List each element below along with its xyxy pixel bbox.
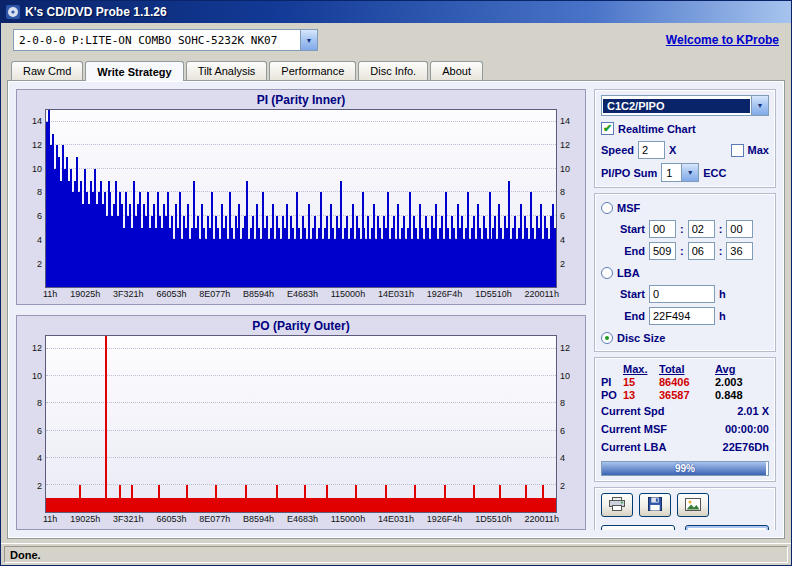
printer-icon <box>609 497 625 513</box>
control-panel: C1C2/PIPO ▼ ✔ Realtime Chart Speed X Max… <box>594 89 776 530</box>
charts-column: PI (Parity Inner) 2468101214 2468101214 … <box>16 89 586 530</box>
disc-size-radio[interactable] <box>601 332 613 344</box>
pi-chart-title: PI (Parity Inner) <box>23 93 579 109</box>
msf-radio[interactable] <box>601 202 613 214</box>
msf-separator: : <box>680 223 684 235</box>
chart-options-group: C1C2/PIPO ▼ ✔ Realtime Chart Speed X Max… <box>594 89 776 188</box>
device-select-value: 2-0-0-0 P:LITE-ON COMBO SOHC-5232K NK07 <box>14 34 300 47</box>
current-lba-row: Current LBA 22E76Dh <box>601 441 769 455</box>
speed-input[interactable] <box>638 141 665 159</box>
pi-y-axis-right: 2468101214 <box>557 109 579 288</box>
print-button[interactable] <box>601 493 633 517</box>
stats-po-avg: 0.848 <box>715 389 761 401</box>
write-strategy-page: PI (Parity Inner) 2468101214 2468101214 … <box>7 80 785 539</box>
results-group: Max. Total Avg PI 15 86406 2.003 PO 13 3… <box>594 357 776 482</box>
ecc-label: ECC <box>703 167 726 179</box>
po-y-axis-right: 24681012 <box>557 335 579 514</box>
stats-pi-max: 15 <box>623 376 659 388</box>
pipo-sum-label: PI/PO Sum <box>601 167 657 179</box>
tabstrip: Raw Cmd Write Strategy Tilt Analysis Per… <box>1 57 791 80</box>
titlebar[interactable]: K's CD/DVD Probe 1.1.26 <box>1 1 791 23</box>
msf-radio-row: MSF <box>601 199 769 216</box>
msf-start-min-input[interactable] <box>649 220 676 238</box>
chevron-down-icon[interactable]: ▼ <box>300 30 317 50</box>
pi-chart-body: 2468101214 2468101214 <box>23 109 579 288</box>
chevron-down-icon[interactable]: ▼ <box>681 164 698 181</box>
lba-unit-label: h <box>719 288 726 300</box>
tab-raw-cmd[interactable]: Raw Cmd <box>11 61 83 80</box>
chevron-down-icon[interactable]: ▼ <box>751 96 768 115</box>
speed-label: Speed <box>601 144 634 156</box>
stop-button[interactable]: Stop <box>601 525 675 530</box>
pi-parity-inner-chart: PI (Parity Inner) 2468101214 2468101214 … <box>16 89 586 305</box>
lba-start-row: Start h <box>615 285 769 303</box>
current-speed-value: 2.01 X <box>737 405 769 419</box>
floppy-save-icon <box>648 497 662 513</box>
app-window: K's CD/DVD Probe 1.1.26 2-0-0-0 P:LITE-O… <box>0 0 792 566</box>
po-parity-outer-chart: PO (Parity Outer) 24681012 24681012 11h1… <box>16 315 586 531</box>
stats-table: Max. Total Avg PI 15 86406 2.003 PO 13 3… <box>601 363 769 401</box>
statusbar: Done. <box>1 543 791 565</box>
welcome-link[interactable]: Welcome to KProbe <box>666 33 779 47</box>
msf-start-row: Start : : <box>615 220 769 238</box>
stats-header-total: Total <box>659 363 715 375</box>
msf-end-label: End <box>615 245 645 257</box>
msf-start-label: Start <box>615 223 645 235</box>
msf-end-frame-input[interactable] <box>726 242 753 260</box>
pi-plot <box>45 109 557 288</box>
realtime-chart-row: ✔ Realtime Chart <box>601 120 769 137</box>
tab-tilt-analysis[interactable]: Tilt Analysis <box>186 61 268 80</box>
pipo-sum-select[interactable]: 1 ▼ <box>661 163 699 182</box>
device-select[interactable]: 2-0-0-0 P:LITE-ON COMBO SOHC-5232K NK07 … <box>13 29 318 51</box>
lba-label: LBA <box>617 267 640 279</box>
window-title: K's CD/DVD Probe 1.1.26 <box>25 5 167 19</box>
pipo-sum-row: PI/PO Sum 1 ▼ ECC <box>601 163 769 182</box>
tab-performance[interactable]: Performance <box>269 61 356 80</box>
msf-label: MSF <box>617 202 640 214</box>
lba-end-row: End h <box>615 307 769 325</box>
msf-end-row: End : : <box>615 242 769 260</box>
chart-image-icon <box>685 498 701 513</box>
max-speed-checkbox[interactable] <box>731 144 744 157</box>
tab-disc-info[interactable]: Disc Info. <box>358 61 428 80</box>
current-msf-label: Current MSF <box>601 423 667 437</box>
lba-end-input[interactable] <box>649 307 715 325</box>
realtime-chart-checkbox[interactable]: ✔ <box>601 122 614 135</box>
icon-buttons-row <box>601 493 769 517</box>
stats-po-name: PO <box>601 389 623 401</box>
pi-x-axis-labels: 11h19025h3F321h66053h8E077hB8594hE4683h1… <box>43 289 559 302</box>
start-button[interactable]: Start <box>685 525 769 530</box>
current-speed-label: Current Spd <box>601 405 665 419</box>
msf-separator: : <box>719 245 723 257</box>
msf-end-sec-input[interactable] <box>688 242 715 260</box>
save-image-button[interactable] <box>677 493 709 517</box>
msf-start-frame-input[interactable] <box>726 220 753 238</box>
measurement-mode-select[interactable]: C1C2/PIPO ▼ <box>601 95 769 116</box>
disc-size-radio-row: Disc Size <box>601 329 769 346</box>
po-y-axis-left: 24681012 <box>23 335 45 514</box>
max-speed-label: Max <box>748 144 769 156</box>
po-x-axis-labels: 11h19025h3F321h66053h8E077hB8594hE4683h1… <box>43 514 559 527</box>
lba-radio[interactable] <box>601 267 613 279</box>
pi-y-axis-left: 2468101214 <box>23 109 45 288</box>
msf-start-sec-input[interactable] <box>688 220 715 238</box>
msf-end-min-input[interactable] <box>649 242 676 260</box>
tab-write-strategy[interactable]: Write Strategy <box>85 61 183 81</box>
actions-group: Stop Start <box>594 487 776 530</box>
status-message: Done. <box>4 546 788 563</box>
lba-end-label: End <box>615 310 645 322</box>
speed-row: Speed X Max <box>601 141 769 159</box>
lba-radio-row: LBA <box>601 264 769 281</box>
disc-size-label: Disc Size <box>617 332 665 344</box>
stats-pi-avg: 2.003 <box>715 376 761 388</box>
lba-start-input[interactable] <box>649 285 715 303</box>
msf-separator: : <box>719 223 723 235</box>
pipo-sum-value: 1 <box>662 167 681 179</box>
progress-bar: 99% <box>601 461 769 476</box>
po-chart-body: 24681012 24681012 <box>23 335 579 514</box>
po-chart-title: PO (Parity Outer) <box>23 319 579 335</box>
tab-about[interactable]: About <box>430 61 483 80</box>
save-button[interactable] <box>639 493 671 517</box>
current-msf-value: 00:00:00 <box>725 423 769 437</box>
current-lba-value: 22E76Dh <box>723 441 769 455</box>
